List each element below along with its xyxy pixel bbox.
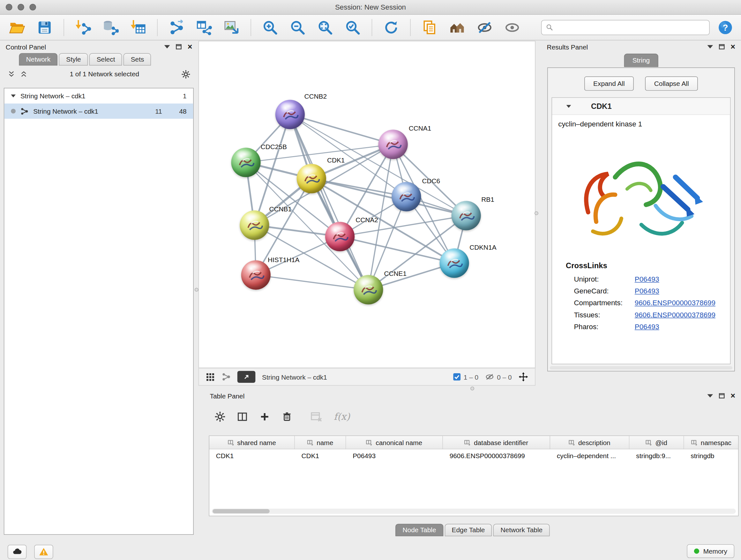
- search-input[interactable]: [556, 23, 705, 32]
- import-table-from-file-button[interactable]: [128, 17, 148, 38]
- table-cell[interactable]: CDK1: [295, 449, 346, 462]
- section-disclosure-icon[interactable]: [566, 105, 571, 108]
- hidden-eye-slash-icon[interactable]: [485, 372, 494, 381]
- tab-network-table[interactable]: Network Table: [493, 524, 549, 537]
- network-collection-row[interactable]: String Network – cdk1 1: [4, 88, 193, 104]
- detach-view-button[interactable]: [238, 371, 256, 383]
- protein-structure-thumb: [245, 217, 264, 233]
- collapse-all-button[interactable]: Collapse All: [645, 76, 698, 91]
- table-hscrollbar-thumb[interactable]: [212, 509, 270, 513]
- table-settings-gear-icon[interactable]: [214, 411, 225, 422]
- zoom-selected-button[interactable]: [342, 17, 363, 38]
- hide-panel-button[interactable]: [474, 17, 495, 38]
- network-node-CCNA2[interactable]: [325, 222, 354, 251]
- tab-edge-table[interactable]: Edge Table: [445, 524, 492, 537]
- table-cell[interactable]: 9606.ENSP00000378699: [443, 449, 550, 462]
- warnings-button[interactable]: [34, 545, 53, 559]
- close-panel-icon[interactable]: ×: [731, 392, 735, 400]
- table-cell[interactable]: stringdb: [684, 449, 738, 462]
- panel-menu-icon[interactable]: [707, 394, 713, 397]
- gear-icon[interactable]: [181, 70, 190, 78]
- network-view-icon[interactable]: [222, 372, 231, 381]
- add-column-icon[interactable]: [259, 411, 270, 422]
- close-panel-icon[interactable]: ×: [188, 43, 192, 51]
- column-header-shared-name[interactable]: shared name: [209, 436, 295, 449]
- column-header-canonical-name[interactable]: canonical name: [346, 436, 443, 449]
- tab-style[interactable]: Style: [59, 53, 88, 66]
- close-panel-icon[interactable]: ×: [731, 43, 735, 51]
- network-node-CDKN1A[interactable]: [440, 248, 469, 278]
- crosslink-link[interactable]: 9606.ENSP00000378699: [635, 299, 716, 307]
- collection-disclosure-icon[interactable]: [11, 95, 16, 98]
- results-scrollbar[interactable]: [550, 366, 733, 369]
- show-panel-button[interactable]: [502, 17, 522, 38]
- network-node-CDC6[interactable]: [392, 182, 421, 211]
- duplicate-document-button[interactable]: [419, 17, 440, 38]
- right-splitter-handle[interactable]: [535, 211, 538, 215]
- tab-node-table[interactable]: Node Table: [395, 524, 443, 537]
- selection-checkbox-icon[interactable]: [453, 373, 461, 381]
- float-panel-icon[interactable]: [719, 44, 725, 50]
- table-cell[interactable]: P06493: [346, 449, 443, 462]
- network-node-CCNE1[interactable]: [354, 275, 383, 304]
- crosslink-link[interactable]: P06493: [635, 275, 659, 283]
- zoom-fit-button[interactable]: [315, 17, 335, 38]
- import-network-from-file-button[interactable]: [73, 17, 93, 38]
- tab-select[interactable]: Select: [89, 53, 122, 66]
- expand-all-button[interactable]: Expand All: [584, 76, 634, 91]
- float-panel-icon[interactable]: [719, 393, 725, 399]
- panel-menu-icon[interactable]: [164, 45, 170, 48]
- network-node-CDC25B[interactable]: [231, 148, 260, 177]
- crosslink-link[interactable]: P06493: [635, 287, 659, 295]
- panel-menu-icon[interactable]: [707, 45, 713, 48]
- column-header-name[interactable]: name: [295, 436, 346, 449]
- network-node-CDK1[interactable]: [297, 164, 326, 193]
- expand-all-networks-icon[interactable]: [8, 70, 15, 78]
- save-session-button[interactable]: [34, 17, 55, 38]
- table-cell[interactable]: stringdb:9...: [629, 449, 684, 462]
- tab-network[interactable]: Network: [19, 53, 58, 66]
- show-columns-icon[interactable]: [237, 411, 248, 422]
- column-header-namespac[interactable]: namespac: [684, 436, 738, 449]
- houses-button[interactable]: [447, 17, 468, 38]
- column-header-description[interactable]: description: [550, 436, 629, 449]
- network-node-HIST1H1A[interactable]: [241, 260, 271, 290]
- table-hscrollbar[interactable]: [212, 509, 736, 514]
- tab-string[interactable]: String: [624, 54, 658, 67]
- import-network-from-database-button[interactable]: [100, 17, 121, 38]
- new-network-table-button[interactable]: [194, 17, 214, 38]
- table-cell[interactable]: cyclin–dependent ...: [550, 449, 629, 462]
- left-splitter-handle[interactable]: [195, 288, 199, 292]
- pan-move-icon[interactable]: [518, 372, 528, 382]
- title-bar: Session: New Session: [0, 0, 741, 15]
- network-view-canvas[interactable]: CCNB2CCNA1CDC25BCDK1CDC6RB1CCNB1CCNA2CDK…: [199, 41, 536, 368]
- refresh-layout-button[interactable]: [381, 17, 401, 38]
- gene-section-header[interactable]: CDK1: [552, 98, 730, 115]
- float-panel-icon[interactable]: [176, 44, 182, 50]
- export-image-button[interactable]: [221, 17, 242, 38]
- network-node-CCNB1[interactable]: [240, 210, 269, 240]
- network-row[interactable]: String Network – cdk1 11 48: [4, 104, 193, 119]
- table-row[interactable]: CDK1CDK1P064939606.ENSP00000378699cyclin…: [209, 449, 738, 462]
- search-box[interactable]: [541, 20, 710, 35]
- network-node-RB1[interactable]: [452, 201, 481, 230]
- column-header-@id[interactable]: @id: [629, 436, 684, 449]
- table-cell[interactable]: CDK1: [209, 449, 295, 462]
- zoom-out-button[interactable]: [287, 17, 308, 38]
- network-node-CCNB2[interactable]: [275, 100, 305, 129]
- grid-view-icon[interactable]: [205, 372, 215, 381]
- cloud-status-button[interactable]: [8, 545, 26, 559]
- delete-column-trash-icon[interactable]: [281, 411, 292, 422]
- crosslink-link[interactable]: P06493: [635, 322, 659, 330]
- open-session-button[interactable]: [7, 17, 27, 38]
- collapse-all-networks-icon[interactable]: [20, 70, 27, 78]
- help-button[interactable]: ?: [717, 17, 735, 38]
- zoom-in-button[interactable]: [260, 17, 280, 38]
- memory-button[interactable]: Memory: [687, 544, 734, 558]
- new-network-button[interactable]: [166, 17, 187, 38]
- network-node-CCNA1[interactable]: [379, 130, 408, 159]
- status-bar: Memory: [0, 542, 741, 560]
- crosslink-link[interactable]: 9606.ENSP00000378699: [635, 311, 716, 319]
- tab-sets[interactable]: Sets: [124, 53, 151, 66]
- column-header-database-identifier[interactable]: database identifier: [443, 436, 550, 449]
